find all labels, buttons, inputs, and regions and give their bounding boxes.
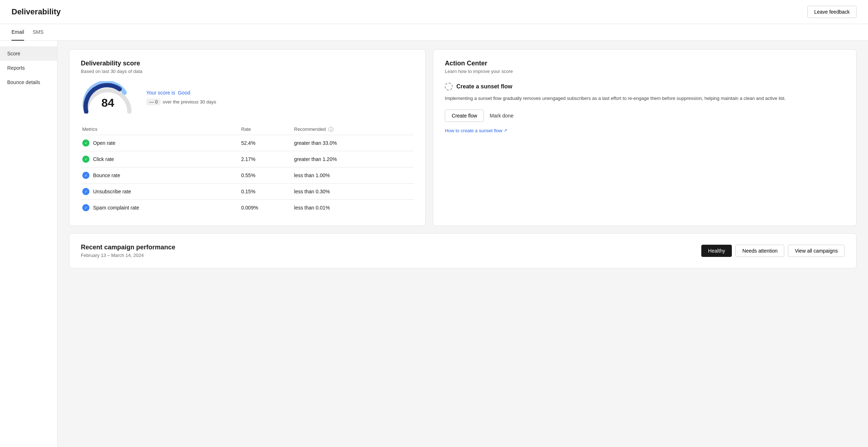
score-visual: 84 Your score is Good — 0 over the previ… (81, 81, 414, 114)
healthy-button[interactable]: Healthy (701, 245, 732, 257)
table-row: ✓ Spam complaint rate 0.009% less than 0… (81, 200, 414, 216)
metric-recommended: less than 0.01% (293, 200, 414, 216)
main-content: Deliverability score Based on last 30 da… (57, 41, 868, 447)
sunset-flow-icon (445, 83, 453, 91)
metric-name: Bounce rate (93, 172, 120, 178)
recent-campaigns-title: Recent campaign performance (81, 244, 175, 251)
info-icon: i (328, 127, 333, 132)
metric-name: Spam complaint rate (93, 205, 139, 211)
score-change-badge: — 0 (146, 98, 161, 105)
score-is-label: Your score is Good (146, 90, 216, 96)
score-number: 84 (101, 96, 114, 110)
metric-rate: 52.4% (240, 135, 292, 151)
sidebar-item-reports[interactable]: Reports (0, 61, 57, 75)
sidebar-item-bounce-details[interactable]: Bounce details (0, 75, 57, 89)
metric-recommended: less than 0.30% (293, 184, 414, 200)
recent-campaign-buttons: Healthy Needs attention View all campaig… (701, 245, 845, 257)
action-buttons: Create flow Mark done (445, 110, 845, 122)
action-item-title: Create a sunset flow (456, 83, 512, 90)
status-icon-blue: ✓ (82, 172, 89, 179)
col-metric: Metrics (81, 124, 240, 135)
needs-attention-button[interactable]: Needs attention (735, 245, 784, 257)
col-recommended: Recommended i (293, 124, 414, 135)
metric-recommended: less than 1.00% (293, 167, 414, 184)
metric-name: Unsubscribe rate (93, 189, 131, 194)
cards-row: Deliverability score Based on last 30 da… (69, 49, 857, 226)
action-center-subtitle: Learn how to improve your score (445, 69, 845, 74)
recent-campaigns-subtitle: February 13 – March 14, 2024 (81, 253, 175, 258)
metric-rate: 0.009% (240, 200, 292, 216)
table-row: ✓ Bounce rate 0.55% less than 1.00% (81, 167, 414, 184)
page-title: Deliverability (11, 7, 61, 17)
metric-name: Open rate (93, 140, 115, 146)
table-row: ✓ Unsubscribe rate 0.15% less than 0.30% (81, 184, 414, 200)
sidebar-item-score[interactable]: Score (0, 46, 57, 61)
status-icon-blue: ✓ (82, 204, 89, 211)
view-all-campaigns-button[interactable]: View all campaigns (788, 245, 845, 257)
mark-done-button[interactable]: Mark done (488, 110, 515, 122)
metric-recommended: greater than 33.0% (293, 135, 414, 151)
table-row: ✓ Click rate 2.17% greater than 1.20% (81, 151, 414, 167)
top-bar: Deliverability Leave feedback (0, 0, 868, 24)
score-change: — 0 over the previous 30 days (146, 98, 216, 105)
metric-rate: 0.15% (240, 184, 292, 200)
metric-name: Click rate (93, 156, 114, 162)
score-card-title: Deliverability score (81, 60, 414, 67)
action-item-desc: Implementing a sunset flow gradually rem… (445, 95, 845, 102)
tab-sms[interactable]: SMS (33, 24, 43, 41)
recent-campaigns-card: Recent campaign performance February 13 … (69, 233, 857, 268)
external-link-icon: ↗ (504, 128, 507, 133)
recent-campaigns-info: Recent campaign performance February 13 … (81, 244, 175, 258)
action-center-card: Action Center Learn how to improve your … (433, 49, 857, 226)
tab-email[interactable]: Email (11, 24, 24, 41)
gauge: 84 (81, 81, 135, 114)
page-body: Score Reports Bounce details Deliverabil… (0, 41, 868, 447)
recent-header: Recent campaign performance February 13 … (81, 244, 845, 258)
metrics-table: Metrics Rate Recommended i ✓ Open rate (81, 124, 414, 216)
leave-feedback-button[interactable]: Leave feedback (807, 6, 857, 18)
tabs-bar: Email SMS (0, 24, 868, 41)
score-quality: Good (178, 90, 190, 96)
status-icon-blue: ✓ (82, 188, 89, 195)
score-card: Deliverability score Based on last 30 da… (69, 49, 426, 226)
sidebar: Score Reports Bounce details (0, 41, 57, 447)
col-rate: Rate (240, 124, 292, 135)
action-center-title: Action Center (445, 60, 845, 67)
metric-rate: 0.55% (240, 167, 292, 184)
score-card-subtitle: Based on last 30 days of data (81, 69, 414, 74)
metric-recommended: greater than 1.20% (293, 151, 414, 167)
action-item-header: Create a sunset flow (445, 83, 845, 91)
metric-rate: 2.17% (240, 151, 292, 167)
status-icon-green: ✓ (82, 139, 89, 147)
table-row: ✓ Open rate 52.4% greater than 33.0% (81, 135, 414, 151)
create-flow-button[interactable]: Create flow (445, 110, 484, 122)
status-icon-green: ✓ (82, 156, 89, 163)
sunset-flow-link[interactable]: How to create a sunset flow ↗ (445, 128, 507, 133)
score-info: Your score is Good — 0 over the previous… (146, 90, 216, 105)
